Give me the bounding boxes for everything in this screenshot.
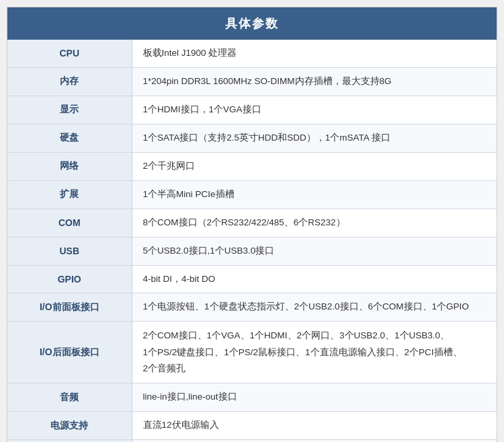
spec-value-1: 1*204pin DDR3L 1600MHz SO-DIMM内存插槽，最大支持8… (132, 67, 497, 96)
spec-label-1: 内存 (7, 67, 132, 96)
spec-value-7: 5个USB2.0接口,1个USB3.0接口 (132, 237, 497, 265)
spec-value-0: 板载Intel J1900 处理器 (132, 40, 497, 67)
spec-value-6: 8个COM接口（2个RS232/422/485、6个RS232） (132, 209, 497, 237)
spec-label-3: 硬盘 (7, 124, 132, 152)
spec-label-10: I/O后面板接口 (7, 322, 132, 383)
spec-value-9: 1个电源按钮、1个硬盘状态指示灯、2个USB2.0接口、6个COM接口、1个GP… (132, 293, 497, 322)
spec-label-5: 扩展 (7, 180, 132, 209)
spec-table: CPU板载Intel J1900 处理器内存1*204pin DDR3L 160… (7, 40, 497, 442)
spec-value-13: 200mm*260mm*84.4mm（宽*深*高） (132, 440, 497, 442)
spec-label-7: USB (7, 237, 132, 265)
spec-label-11: 音频 (7, 383, 132, 412)
spec-value-10: 2个COM接口、1个VGA、1个HDMI、2个网口、3个USB2.0、1个USB… (132, 322, 497, 383)
spec-value-8: 4-bit DI，4-bit DO (132, 265, 497, 293)
spec-label-0: CPU (7, 40, 132, 67)
spec-label-9: I/O前面板接口 (7, 293, 132, 322)
spec-table-container: 具体参数 CPU板载Intel J1900 处理器内存1*204pin DDR3… (7, 7, 497, 442)
spec-value-5: 1个半高Mini PCIe插槽 (132, 180, 497, 209)
spec-value-2: 1个HDMI接口，1个VGA接口 (132, 96, 497, 124)
spec-value-4: 2个千兆网口 (132, 152, 497, 180)
spec-value-3: 1个SATA接口（支持2.5英寸HDD和SDD），1个mSATA 接口 (132, 124, 497, 152)
spec-value-11: line-in接口,line-out接口 (132, 383, 497, 412)
spec-value-12: 直流12伏电源输入 (132, 412, 497, 440)
spec-label-12: 电源支持 (7, 412, 132, 440)
spec-label-6: COM (7, 209, 132, 237)
table-title: 具体参数 (7, 7, 497, 40)
spec-label-4: 网络 (7, 152, 132, 180)
spec-label-13: 机箱尺寸 (7, 440, 132, 442)
spec-label-8: GPIO (7, 265, 132, 293)
spec-label-2: 显示 (7, 96, 132, 124)
